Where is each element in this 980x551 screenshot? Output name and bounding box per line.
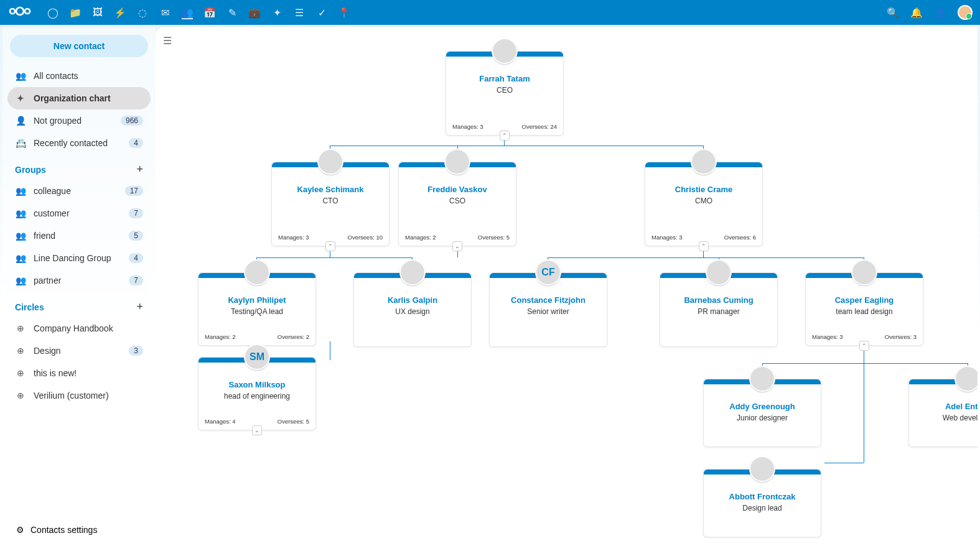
org-node-design-lead[interactable]: Casper Eagling team lead design Manages:… (805, 272, 923, 346)
expand-icon[interactable]: ⌄ (252, 425, 262, 435)
contacts-icon[interactable]: 👥 (182, 8, 193, 19)
add-group-icon[interactable]: + (136, 163, 143, 176)
org-node-writer[interactable]: CF Constance Fitzjohn Senior writer (489, 272, 607, 347)
sidebar-item-this-is-new[interactable]: ⊕this is new! (7, 362, 151, 384)
main-content: ☰ (156, 27, 978, 549)
org-node-ux[interactable]: Karlis Galpin UX design (353, 272, 472, 347)
collapse-icon[interactable]: ⌃ (699, 241, 709, 251)
avatar (399, 259, 426, 285)
add-circle-icon[interactable]: + (136, 300, 143, 313)
org-node-design-lead2[interactable]: Abbott Frontczak Design lead (703, 469, 821, 537)
sidebar-item-label: Organization chart (34, 93, 143, 103)
tasks-icon[interactable]: ✓ (316, 7, 327, 18)
contacts-settings-button[interactable]: ⚙ Contacts settings (7, 519, 151, 541)
topbar: ◯ 📁 🖼 ⚡ ◌ ✉ 👥 📅 ✎ 💼 ✦ ☰ ✓ 📍 🔍 🔔 👤 (0, 0, 980, 25)
avatar (851, 259, 877, 285)
org-icon: ✦ (15, 93, 26, 104)
circle-icon: ⊕ (15, 368, 26, 379)
avatar (691, 149, 717, 175)
org-node-qa[interactable]: Kaylyn Philipet Testing/QA lead Manages:… (198, 272, 316, 346)
photos-icon[interactable]: 🖼 (92, 7, 103, 18)
sidebar: New contact 👥 All contacts ✦ Organizatio… (2, 27, 156, 549)
count-badge: 4 (129, 138, 143, 148)
sidebar-item-company-handbook[interactable]: ⊕Company Handbook (7, 317, 151, 340)
notifications-icon[interactable]: 🔔 (910, 7, 923, 19)
sidebar-item-line-dancing[interactable]: 👥Line Dancing Group4 (7, 247, 151, 269)
avatar (444, 149, 470, 175)
avatar (492, 38, 518, 64)
collapse-icon[interactable]: ⌃ (325, 241, 335, 251)
avatar-initials: CF (535, 259, 561, 285)
person-icon: 👤 (15, 115, 26, 126)
org-node-cso[interactable]: Freddie Vaskov CSO Manages: 2Oversees: 5… (398, 162, 516, 246)
app-menu: ◯ 📁 🖼 ⚡ ◌ ✉ 👥 📅 ✎ 💼 ✦ ☰ ✓ 📍 (47, 7, 350, 18)
maps-icon[interactable]: 📍 (338, 7, 350, 18)
svg-point-2 (25, 9, 30, 14)
avatar (954, 366, 978, 392)
circle-icon: ⊕ (15, 390, 26, 401)
collapse-icon[interactable]: ⌃ (859, 341, 869, 351)
user-avatar[interactable] (958, 5, 973, 20)
circle-icon: ⊕ (15, 323, 26, 334)
group-icon: 👥 (15, 252, 26, 264)
avatar (244, 259, 270, 285)
gear-icon: ⚙ (16, 525, 24, 535)
contacts-menu-icon[interactable]: 👤 (934, 7, 946, 19)
org-node-web-dev[interactable]: Adel Entres Web developer (908, 379, 978, 447)
notes-icon[interactable]: ✎ (226, 7, 238, 18)
avatar (706, 259, 732, 285)
sidebar-item-partner[interactable]: 👥partner7 (7, 269, 151, 292)
avatar (749, 456, 775, 482)
sidebar-item-design[interactable]: ⊕Design3 (7, 340, 151, 362)
org-node-junior-designer[interactable]: Addy Greenough Junior designer (703, 379, 821, 447)
sidebar-item-recently-contacted[interactable]: 📇 Recently contacted 4 (7, 132, 151, 154)
org-chart[interactable]: Farrah Tatam CEO Manages: 3Oversees: 24 … (156, 27, 978, 549)
avatar (317, 149, 343, 175)
sidebar-item-label: Not grouped (34, 116, 113, 126)
sidebar-item-friend[interactable]: 👥friend5 (7, 225, 151, 247)
svg-point-0 (16, 7, 24, 15)
group-icon: 👥 (15, 275, 26, 286)
topbar-right: 🔍 🔔 👤 (887, 5, 973, 20)
dashboard-icon[interactable]: ◯ (47, 7, 58, 18)
group-icon: 👥 (15, 185, 26, 197)
circles-header: Circles + (7, 292, 151, 317)
group-icon: 👥 (15, 208, 26, 219)
org-node-eng[interactable]: SM Saxon Milksop head of engineering Man… (198, 357, 316, 430)
org-node-cmo[interactable]: Christie Crame CMO Manages: 3Oversees: 6… (645, 162, 763, 246)
sidebar-item-not-grouped[interactable]: 👤 Not grouped 966 (7, 109, 151, 132)
org-node-pr[interactable]: Barnebas Cuming PR manager (660, 272, 778, 347)
expand-icon[interactable]: ⌄ (452, 241, 462, 251)
sidebar-item-label: All contacts (34, 71, 143, 81)
recent-icon: 📇 (15, 137, 26, 149)
groups-header: Groups + (7, 154, 151, 180)
sidebar-item-verilium[interactable]: ⊕Verilium (customer) (7, 384, 151, 407)
lists-icon[interactable]: ☰ (294, 7, 305, 18)
sidebar-item-all-contacts[interactable]: 👥 All contacts (7, 65, 151, 87)
new-contact-button[interactable]: New contact (10, 35, 148, 57)
nextcloud-logo[interactable] (7, 5, 32, 20)
calendar-icon[interactable]: 📅 (204, 7, 215, 18)
svg-point-1 (10, 9, 15, 14)
avatar-initials: SM (244, 344, 270, 370)
talk-icon[interactable]: ◌ (137, 7, 148, 18)
search-icon[interactable]: 🔍 (887, 7, 899, 19)
count-badge: 966 (121, 116, 143, 126)
avatar (749, 366, 775, 392)
mail-icon[interactable]: ✉ (159, 7, 170, 18)
activity-icon[interactable]: ⚡ (114, 7, 126, 18)
org-node-ceo[interactable]: Farrah Tatam CEO Manages: 3Oversees: 24 … (446, 51, 564, 136)
group-icon: 👥 (15, 70, 26, 81)
sidebar-item-label: Recently contacted (34, 138, 121, 148)
group-icon: 👥 (15, 230, 26, 241)
forms-icon[interactable]: ✦ (271, 7, 282, 18)
collapse-icon[interactable]: ⌃ (500, 131, 510, 141)
org-node-cto[interactable]: Kaylee Schimank CTO Manages: 3Oversees: … (271, 162, 390, 246)
sidebar-item-org-chart[interactable]: ✦ Organization chart (7, 87, 151, 109)
sidebar-item-colleague[interactable]: 👥colleague17 (7, 180, 151, 202)
files-icon[interactable]: 📁 (70, 7, 81, 18)
sidebar-item-customer[interactable]: 👥customer7 (7, 202, 151, 225)
circle-icon: ⊕ (15, 345, 26, 356)
deck-icon[interactable]: 💼 (249, 7, 260, 18)
